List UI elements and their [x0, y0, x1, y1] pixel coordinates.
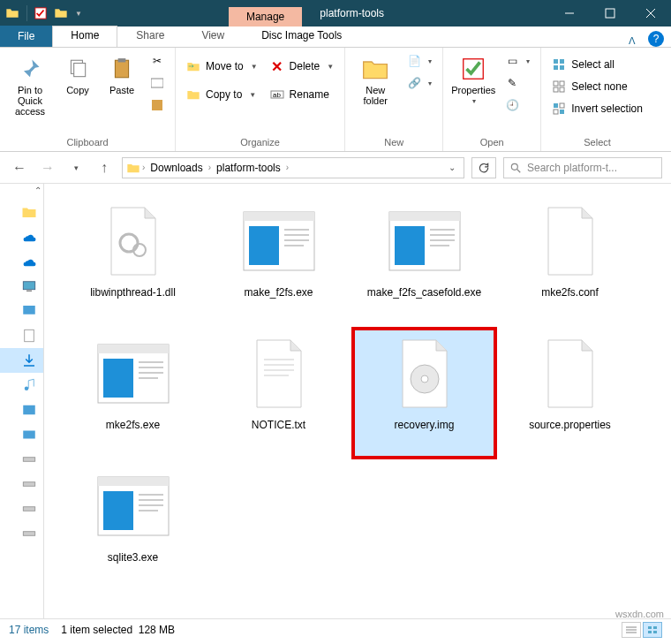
- onedrive-icon: [21, 254, 37, 269]
- new-folder-qat-icon[interactable]: [54, 6, 68, 20]
- address-history-dropdown[interactable]: ⌄: [444, 163, 460, 172]
- sidebar-item[interactable]: [0, 299, 43, 323]
- edit-button[interactable]: ✎: [501, 73, 533, 93]
- large-icons-view-button[interactable]: [643, 622, 662, 638]
- file-item[interactable]: source.properties: [497, 327, 643, 459]
- properties-button[interactable]: Properties▾: [450, 51, 496, 109]
- refresh-button[interactable]: [471, 157, 496, 178]
- sidebar-item[interactable]: [0, 200, 43, 224]
- recent-locations-button[interactable]: ▾: [65, 157, 87, 178]
- svg-point-32: [25, 387, 29, 391]
- open-button[interactable]: ▭▾: [501, 51, 533, 71]
- move-to-button[interactable]: Move to▼: [183, 57, 261, 76]
- scroll-up-icon[interactable]: ⌃: [34, 186, 41, 195]
- sidebar-item[interactable]: [0, 496, 43, 521]
- file-tab[interactable]: File: [0, 26, 52, 47]
- sidebar-item[interactable]: [0, 249, 43, 274]
- sidebar-item[interactable]: [0, 521, 43, 546]
- file-icon: [239, 334, 319, 413]
- pin-to-quick-access-button[interactable]: Pin to Quick access: [7, 51, 53, 120]
- invert-selection-button[interactable]: Invert selection: [548, 99, 646, 118]
- breadcrumb-platform-tools[interactable]: platform-tools: [213, 162, 284, 174]
- file-item[interactable]: mke2fs.exe: [60, 327, 206, 459]
- breadcrumb-downloads[interactable]: Downloads: [147, 162, 206, 174]
- file-item[interactable]: mke2fs.conf: [497, 194, 643, 327]
- properties-icon: [459, 55, 487, 83]
- file-name: NOTICE.txt: [252, 419, 305, 431]
- search-box[interactable]: Search platform-t...: [503, 157, 662, 178]
- cut-icon: ✂: [150, 54, 164, 68]
- easy-access-icon: 🔗: [407, 76, 421, 90]
- ribbon-tabs: File Home Share View Disc Image Tools ᐱ …: [0, 27, 671, 48]
- sidebar-item[interactable]: [0, 422, 43, 447]
- back-button[interactable]: ←: [9, 157, 30, 178]
- disc-image-tools-tab[interactable]: Disc Image Tools: [243, 26, 360, 47]
- svg-rect-50: [395, 226, 425, 265]
- svg-rect-36: [23, 482, 35, 487]
- sidebar-item[interactable]: [0, 373, 43, 398]
- home-tab[interactable]: Home: [52, 26, 117, 47]
- details-view-button[interactable]: [622, 622, 641, 638]
- file-icon: [94, 466, 173, 546]
- chevron-right-icon[interactable]: ›: [142, 163, 145, 172]
- chevron-right-icon[interactable]: ›: [208, 163, 211, 172]
- svg-rect-29: [26, 291, 32, 292]
- sidebar-item[interactable]: [0, 447, 43, 472]
- file-item[interactable]: NOTICE.txt: [206, 327, 351, 459]
- file-name: libwinpthread-1.dll: [90, 286, 176, 299]
- chevron-down-icon: ▼: [251, 63, 258, 71]
- sidebar-item-downloads[interactable]: [0, 348, 43, 373]
- svg-rect-37: [23, 507, 35, 511]
- status-selection-count: 1 item selected: [61, 624, 132, 636]
- rename-button[interactable]: abRename: [267, 85, 338, 104]
- file-item[interactable]: sqlite3.exe: [60, 459, 206, 592]
- share-tab[interactable]: Share: [117, 26, 183, 47]
- up-button[interactable]: ↑: [94, 157, 115, 178]
- svg-rect-22: [554, 103, 558, 108]
- navigation-pane[interactable]: ⌃: [0, 184, 44, 618]
- file-item[interactable]: recovery.img: [351, 327, 497, 459]
- cut-button[interactable]: ✂: [147, 51, 168, 71]
- svg-rect-30: [23, 306, 35, 314]
- sidebar-item[interactable]: [0, 224, 43, 249]
- easy-access-button[interactable]: 🔗▾: [403, 73, 435, 93]
- sidebar-item[interactable]: [0, 398, 43, 422]
- select-all-button[interactable]: Select all: [548, 55, 646, 74]
- new-item-button[interactable]: 📄▾: [403, 51, 435, 71]
- history-icon: 🕘: [505, 98, 519, 112]
- copy-path-button[interactable]: [147, 73, 168, 93]
- delete-button[interactable]: ✕Delete▼: [267, 57, 338, 76]
- new-folder-button[interactable]: New folder: [352, 51, 398, 110]
- close-button[interactable]: [630, 0, 671, 27]
- new-item-icon: 📄: [407, 54, 421, 68]
- file-item[interactable]: make_f2fs.exe: [206, 194, 351, 327]
- paste-shortcut-button[interactable]: [147, 95, 168, 115]
- copy-to-button[interactable]: Copy to▼: [183, 85, 261, 104]
- forward-button[interactable]: →: [37, 157, 58, 178]
- svg-rect-10: [152, 100, 162, 110]
- minimize-button[interactable]: [549, 0, 590, 27]
- svg-rect-23: [560, 103, 564, 108]
- address-bar[interactable]: › Downloads › platform-tools › ⌄: [122, 157, 464, 178]
- properties-qat-icon[interactable]: [34, 7, 47, 19]
- chevron-right-icon[interactable]: ›: [286, 163, 289, 172]
- file-item[interactable]: make_f2fs_casefold.exe: [351, 194, 497, 327]
- history-button[interactable]: 🕘: [501, 95, 533, 115]
- maximize-button[interactable]: [590, 0, 630, 27]
- file-list[interactable]: libwinpthread-1.dllmake_f2fs.exemake_f2f…: [44, 184, 671, 618]
- paste-shortcut-icon: [150, 98, 164, 112]
- svg-rect-16: [554, 65, 558, 70]
- sidebar-item[interactable]: [0, 323, 43, 348]
- sidebar-item[interactable]: [0, 472, 43, 496]
- music-icon: [21, 377, 37, 393]
- select-none-button[interactable]: Select none: [548, 77, 646, 96]
- file-item[interactable]: libwinpthread-1.dll: [60, 194, 206, 327]
- help-icon[interactable]: ?: [648, 31, 664, 47]
- contextual-tab-manage[interactable]: Manage: [229, 7, 302, 27]
- view-tab[interactable]: View: [183, 26, 243, 47]
- copy-button[interactable]: Copy: [58, 51, 97, 99]
- qat-dropdown-icon[interactable]: ▼: [75, 10, 82, 18]
- paste-button[interactable]: Paste: [102, 51, 141, 99]
- sidebar-item[interactable]: [0, 274, 43, 299]
- collapse-ribbon-icon[interactable]: ᐱ: [623, 35, 641, 47]
